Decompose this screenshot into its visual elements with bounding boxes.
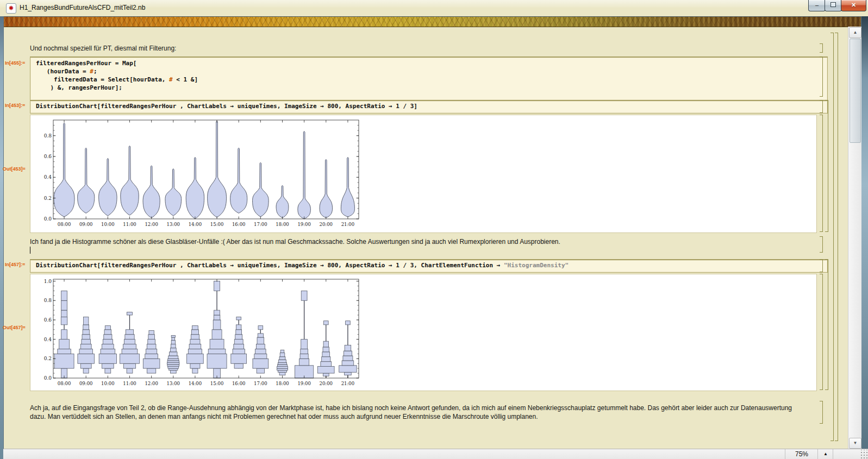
code-line: (hourData = #;	[36, 67, 822, 76]
minimize-button[interactable]: –	[808, 0, 826, 11]
svg-text:15:00: 15:00	[210, 222, 224, 227]
restore-icon	[830, 2, 836, 7]
svg-text:16:00: 16:00	[232, 222, 246, 227]
restore-button[interactable]	[825, 0, 842, 11]
window-title: H1_RangesBundFutureAlsCFD_mitTeil2.nb	[20, 4, 145, 11]
svg-text:13:00: 13:00	[167, 381, 180, 386]
notebook-banner	[3, 17, 861, 27]
svg-text:21:00: 21:00	[341, 381, 355, 386]
svg-text:19:00: 19:00	[297, 222, 311, 227]
svg-text:13:00: 13:00	[167, 222, 180, 227]
cell-bracket[interactable]	[825, 100, 828, 232]
mathematica-window: { "window": { "title": "H1_RangesBundFut…	[0, 0, 868, 459]
cell-label-out453: Out[453]=	[3, 166, 26, 172]
cell-label-in457: In[457]:=	[5, 262, 25, 267]
svg-text:11:00: 11:00	[123, 222, 136, 227]
svg-text:17:00: 17:00	[254, 222, 267, 227]
text-cell-closing[interactable]: Ach ja, auf die Eingangsfrage von Teil 2…	[30, 404, 808, 421]
svg-text:0.8: 0.8	[44, 133, 52, 139]
svg-text:10:00: 10:00	[101, 222, 115, 227]
cell-bracket[interactable]	[830, 33, 834, 441]
cell-bracket[interactable]	[820, 236, 823, 253]
cell-bracket[interactable]	[820, 259, 823, 272]
svg-text:15:00: 15:00	[210, 381, 224, 386]
input-cell-457[interactable]: DistributionChart[filteredRangesPerHour …	[30, 259, 828, 273]
text-cursor	[30, 247, 30, 254]
close-button[interactable]: ✕	[841, 0, 866, 11]
svg-text:12:00: 12:00	[145, 222, 158, 227]
cell-bracket[interactable]	[820, 100, 823, 113]
svg-text:14:00: 14:00	[189, 222, 202, 227]
svg-text:0.8: 0.8	[44, 298, 52, 303]
svg-text:09:00: 09:00	[79, 381, 93, 386]
status-spacer	[833, 449, 855, 459]
svg-text:10:00: 10:00	[101, 381, 115, 386]
input-cell-453[interactable]: DistributionChart[filteredRangesPerHour …	[30, 100, 828, 114]
cell-label-in453: In[453]:=	[5, 103, 25, 108]
output-cell-453[interactable]: 0.00.20.40.60.808:0009:0010:0011:0012:00…	[30, 115, 817, 233]
svg-text:20:00: 20:00	[320, 222, 333, 227]
svg-text:20:00: 20:00	[320, 381, 333, 386]
code-line: ) &, rangesPerHour];	[36, 84, 822, 92]
distribution-chart-violin: 0.00.20.40.60.808:0009:0010:0011:0012:00…	[35, 117, 816, 231]
svg-text:0.6: 0.6	[44, 317, 52, 323]
cell-bracket[interactable]	[825, 259, 828, 390]
code-line: DistributionChart[filteredRangesPerHour …	[36, 261, 822, 269]
distribution-chart-histogram: 0.00.20.40.60.81.008:0009:0010:0011:0012…	[35, 276, 816, 390]
svg-text:09:00: 09:00	[79, 222, 93, 227]
svg-text:0.6: 0.6	[44, 154, 52, 159]
svg-text:17:00: 17:00	[254, 381, 267, 386]
vertical-scrollbar[interactable]: ▲ ▼	[848, 27, 861, 449]
zoom-level-value[interactable]: 75%	[785, 449, 818, 459]
window-border-right	[861, 16, 868, 459]
zoom-menu-button[interactable]: ▲	[817, 449, 833, 459]
svg-text:12:00: 12:00	[145, 381, 158, 386]
svg-text:0.2: 0.2	[44, 196, 52, 201]
text-cell-intro[interactable]: Und nochmal speziell für PT, diesmal mit…	[30, 45, 791, 52]
svg-text:18:00: 18:00	[276, 222, 289, 227]
svg-text:21:00: 21:00	[341, 222, 355, 227]
scrollbar-thumb[interactable]	[850, 39, 861, 143]
cell-label-in455: In[455]:=	[5, 60, 25, 66]
code-line: filteredData = Select[hourData, # < 1 &]	[36, 76, 822, 84]
scroll-up-button[interactable]: ▲	[849, 27, 861, 38]
code-line: filteredRangesPerHour = Map[	[36, 59, 822, 67]
svg-text:0.4: 0.4	[44, 337, 52, 342]
svg-text:16:00: 16:00	[232, 381, 246, 386]
svg-text:0.0: 0.0	[44, 375, 52, 381]
svg-text:11:00: 11:00	[123, 381, 136, 386]
status-bar: 75% ▲	[3, 449, 868, 459]
svg-text:14:00: 14:00	[189, 381, 202, 386]
cell-bracket[interactable]	[835, 33, 838, 441]
mathematica-icon: ✸	[6, 3, 16, 14]
cell-bracket[interactable]	[820, 43, 823, 53]
resize-grip[interactable]	[859, 450, 868, 459]
svg-text:19:00: 19:00	[297, 381, 311, 386]
cell-bracket[interactable]	[820, 115, 823, 232]
cell-bracket[interactable]	[820, 401, 823, 424]
svg-text:0.4: 0.4	[44, 174, 52, 180]
svg-text:18:00: 18:00	[276, 381, 289, 386]
svg-text:0.2: 0.2	[44, 356, 52, 361]
output-cell-457[interactable]: 0.00.20.40.60.81.008:0009:0010:0011:0012…	[30, 274, 817, 391]
svg-text:08:00: 08:00	[58, 381, 71, 386]
scroll-down-button[interactable]: ▼	[849, 438, 861, 449]
text-cell-comment[interactable]: Ich fand ja die Histogramme schöner als …	[30, 238, 807, 246]
window-border-left	[0, 16, 4, 459]
cell-bracket[interactable]	[820, 56, 823, 97]
cell-bracket[interactable]	[820, 274, 823, 390]
svg-text:0.0: 0.0	[44, 216, 52, 222]
cell-label-out457: Out[457]=	[3, 325, 26, 330]
code-line: DistributionChart[filteredRangesPerHour …	[36, 102, 822, 110]
input-cell-455[interactable]: filteredRangesPerHour = Map[ (hourData =…	[30, 56, 828, 100]
svg-text:08:00: 08:00	[58, 222, 71, 227]
svg-text:1.0: 1.0	[44, 279, 52, 284]
